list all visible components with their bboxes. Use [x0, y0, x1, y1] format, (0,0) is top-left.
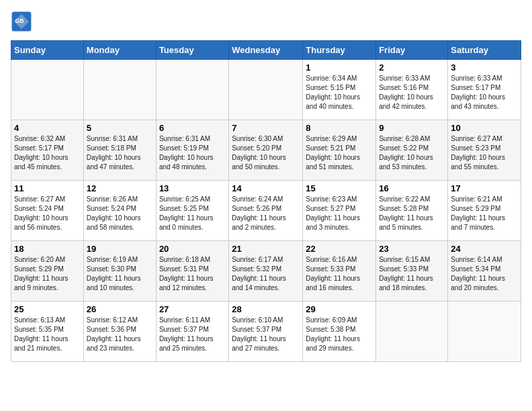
calendar-week-row: 25Sunrise: 6:13 AM Sunset: 5:35 PM Dayli…	[11, 302, 521, 362]
svg-text:GB: GB	[15, 17, 24, 24]
day-info: Sunrise: 6:10 AM Sunset: 5:37 PM Dayligh…	[232, 316, 300, 353]
calendar-cell: 17Sunrise: 6:21 AM Sunset: 5:29 PM Dayli…	[448, 181, 521, 241]
calendar-cell: 21Sunrise: 6:17 AM Sunset: 5:32 PM Dayli…	[229, 241, 303, 302]
day-info: Sunrise: 6:34 AM Sunset: 5:15 PM Dayligh…	[306, 74, 373, 111]
day-number: 11	[14, 183, 81, 193]
calendar-cell	[83, 60, 156, 120]
calendar-week-row: 1Sunrise: 6:34 AM Sunset: 5:15 PM Daylig…	[11, 60, 521, 120]
calendar-cell: 26Sunrise: 6:12 AM Sunset: 5:36 PM Dayli…	[83, 302, 156, 362]
col-header-monday: Monday	[83, 41, 156, 60]
col-header-saturday: Saturday	[448, 41, 521, 60]
calendar-cell: 1Sunrise: 6:34 AM Sunset: 5:15 PM Daylig…	[303, 60, 376, 120]
day-number: 2	[379, 62, 445, 73]
day-number: 12	[87, 183, 153, 193]
calendar-cell: 20Sunrise: 6:18 AM Sunset: 5:31 PM Dayli…	[156, 241, 228, 302]
day-info: Sunrise: 6:26 AM Sunset: 5:24 PM Dayligh…	[87, 195, 153, 232]
calendar-week-row: 4Sunrise: 6:32 AM Sunset: 5:17 PM Daylig…	[11, 120, 521, 181]
day-number: 13	[159, 183, 226, 193]
day-number: 17	[451, 183, 518, 193]
day-number: 16	[379, 183, 445, 193]
calendar-cell: 3Sunrise: 6:33 AM Sunset: 5:17 PM Daylig…	[448, 60, 521, 120]
day-number: 7	[232, 123, 300, 133]
calendar-cell: 7Sunrise: 6:30 AM Sunset: 5:20 PM Daylig…	[229, 120, 303, 181]
day-number: 26	[87, 304, 153, 314]
day-info: Sunrise: 6:23 AM Sunset: 5:27 PM Dayligh…	[306, 195, 373, 232]
calendar-cell: 13Sunrise: 6:25 AM Sunset: 5:25 PM Dayli…	[156, 181, 228, 241]
day-info: Sunrise: 6:19 AM Sunset: 5:30 PM Dayligh…	[87, 255, 153, 293]
day-number: 18	[14, 244, 81, 254]
calendar-header-row: SundayMondayTuesdayWednesdayThursdayFrid…	[11, 41, 521, 60]
day-number: 29	[306, 304, 373, 314]
calendar-cell: 9Sunrise: 6:28 AM Sunset: 5:22 PM Daylig…	[376, 120, 448, 181]
day-number: 19	[87, 244, 153, 254]
day-info: Sunrise: 6:12 AM Sunset: 5:36 PM Dayligh…	[87, 316, 153, 353]
page-header: GB	[11, 11, 521, 32]
calendar-cell: 16Sunrise: 6:22 AM Sunset: 5:28 PM Dayli…	[376, 181, 448, 241]
calendar-cell: 15Sunrise: 6:23 AM Sunset: 5:27 PM Dayli…	[303, 181, 376, 241]
day-number: 21	[232, 244, 300, 254]
day-number: 3	[451, 62, 518, 73]
day-number: 28	[232, 304, 300, 314]
day-number: 14	[232, 183, 300, 193]
calendar-cell: 10Sunrise: 6:27 AM Sunset: 5:23 PM Dayli…	[448, 120, 521, 181]
day-info: Sunrise: 6:33 AM Sunset: 5:17 PM Dayligh…	[451, 74, 518, 111]
day-info: Sunrise: 6:31 AM Sunset: 5:18 PM Dayligh…	[87, 134, 153, 172]
day-info: Sunrise: 6:18 AM Sunset: 5:31 PM Dayligh…	[159, 255, 226, 293]
day-info: Sunrise: 6:28 AM Sunset: 5:22 PM Dayligh…	[379, 134, 445, 172]
calendar-cell: 14Sunrise: 6:24 AM Sunset: 5:26 PM Dayli…	[229, 181, 303, 241]
calendar-cell: 24Sunrise: 6:14 AM Sunset: 5:34 PM Dayli…	[448, 241, 521, 302]
day-info: Sunrise: 6:13 AM Sunset: 5:35 PM Dayligh…	[14, 316, 81, 353]
calendar-cell: 6Sunrise: 6:31 AM Sunset: 5:19 PM Daylig…	[156, 120, 228, 181]
day-info: Sunrise: 6:22 AM Sunset: 5:28 PM Dayligh…	[379, 195, 445, 232]
day-info: Sunrise: 6:09 AM Sunset: 5:38 PM Dayligh…	[306, 316, 373, 353]
calendar-cell: 28Sunrise: 6:10 AM Sunset: 5:37 PM Dayli…	[229, 302, 303, 362]
day-number: 15	[306, 183, 373, 193]
day-info: Sunrise: 6:14 AM Sunset: 5:34 PM Dayligh…	[451, 255, 518, 293]
calendar-cell: 22Sunrise: 6:16 AM Sunset: 5:33 PM Dayli…	[303, 241, 376, 302]
day-number: 25	[14, 304, 81, 314]
day-number: 4	[14, 123, 81, 133]
day-number: 1	[306, 62, 373, 73]
day-number: 10	[451, 123, 518, 133]
calendar-cell: 5Sunrise: 6:31 AM Sunset: 5:18 PM Daylig…	[83, 120, 156, 181]
day-number: 9	[379, 123, 445, 133]
calendar-week-row: 11Sunrise: 6:27 AM Sunset: 5:24 PM Dayli…	[11, 181, 521, 241]
day-info: Sunrise: 6:33 AM Sunset: 5:16 PM Dayligh…	[379, 74, 445, 111]
calendar-cell: 29Sunrise: 6:09 AM Sunset: 5:38 PM Dayli…	[303, 302, 376, 362]
col-header-wednesday: Wednesday	[229, 41, 303, 60]
day-info: Sunrise: 6:25 AM Sunset: 5:25 PM Dayligh…	[159, 195, 226, 232]
day-info: Sunrise: 6:17 AM Sunset: 5:32 PM Dayligh…	[232, 255, 300, 293]
logo: GB	[11, 11, 34, 32]
col-header-sunday: Sunday	[11, 41, 84, 60]
calendar-table: SundayMondayTuesdayWednesdayThursdayFrid…	[11, 40, 521, 362]
logo-icon: GB	[11, 11, 32, 32]
day-info: Sunrise: 6:27 AM Sunset: 5:23 PM Dayligh…	[451, 134, 518, 172]
day-number: 20	[159, 244, 226, 254]
col-header-friday: Friday	[376, 41, 448, 60]
day-number: 6	[159, 123, 226, 133]
day-number: 27	[159, 304, 226, 314]
calendar-cell: 8Sunrise: 6:29 AM Sunset: 5:21 PM Daylig…	[303, 120, 376, 181]
calendar-cell: 2Sunrise: 6:33 AM Sunset: 5:16 PM Daylig…	[376, 60, 448, 120]
day-info: Sunrise: 6:15 AM Sunset: 5:33 PM Dayligh…	[379, 255, 445, 293]
day-info: Sunrise: 6:31 AM Sunset: 5:19 PM Dayligh…	[159, 134, 226, 172]
calendar-cell: 11Sunrise: 6:27 AM Sunset: 5:24 PM Dayli…	[11, 181, 84, 241]
calendar-cell: 4Sunrise: 6:32 AM Sunset: 5:17 PM Daylig…	[11, 120, 84, 181]
calendar-cell	[11, 60, 84, 120]
calendar-cell	[229, 60, 303, 120]
calendar-cell	[156, 60, 228, 120]
day-info: Sunrise: 6:16 AM Sunset: 5:33 PM Dayligh…	[306, 255, 373, 293]
day-info: Sunrise: 6:11 AM Sunset: 5:37 PM Dayligh…	[159, 316, 226, 353]
calendar-cell	[448, 302, 521, 362]
day-number: 22	[306, 244, 373, 254]
calendar-cell: 18Sunrise: 6:20 AM Sunset: 5:29 PM Dayli…	[11, 241, 84, 302]
day-info: Sunrise: 6:30 AM Sunset: 5:20 PM Dayligh…	[232, 134, 300, 172]
day-info: Sunrise: 6:29 AM Sunset: 5:21 PM Dayligh…	[306, 134, 373, 172]
day-info: Sunrise: 6:20 AM Sunset: 5:29 PM Dayligh…	[14, 255, 81, 293]
day-info: Sunrise: 6:32 AM Sunset: 5:17 PM Dayligh…	[14, 134, 81, 172]
calendar-cell	[376, 302, 448, 362]
calendar-cell: 23Sunrise: 6:15 AM Sunset: 5:33 PM Dayli…	[376, 241, 448, 302]
calendar-cell: 12Sunrise: 6:26 AM Sunset: 5:24 PM Dayli…	[83, 181, 156, 241]
calendar-week-row: 18Sunrise: 6:20 AM Sunset: 5:29 PM Dayli…	[11, 241, 521, 302]
calendar-cell: 27Sunrise: 6:11 AM Sunset: 5:37 PM Dayli…	[156, 302, 228, 362]
